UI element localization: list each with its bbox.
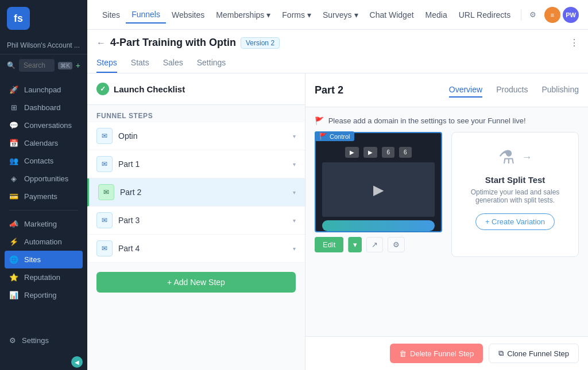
avatar-menu[interactable]: ≡ (544, 7, 560, 23)
preview-btn-play[interactable]: ▶ (345, 147, 359, 158)
version-badge: Version 2 (241, 37, 280, 49)
nav-sites[interactable]: Sites (96, 7, 126, 23)
nav-memberships[interactable]: Memberships ▾ (210, 7, 276, 23)
tab-publishing[interactable]: Publishing (541, 83, 579, 98)
search-kbd: ⌘K (58, 62, 72, 69)
preview-btn-2[interactable]: 6 (382, 147, 394, 158)
step-part4[interactable]: ✉ Part 4 ▾ (87, 235, 305, 263)
user-avatar[interactable]: PW (563, 7, 579, 23)
nav-media[interactable]: Media (420, 7, 453, 23)
control-label: 🚩 Control (315, 131, 354, 141)
edit-dropdown-button[interactable]: ▾ (348, 237, 362, 252)
step-part1[interactable]: ✉ Part 1 ▾ (87, 150, 305, 178)
collapse-button[interactable]: ◀ (71, 356, 83, 368)
sidebar-collapse-area: ◀ (0, 354, 87, 370)
step-icon: ✉ (96, 212, 113, 228)
user-initials: PW (566, 11, 576, 18)
tab-steps[interactable]: Steps (96, 53, 117, 73)
reporting-icon: 📊 (9, 291, 18, 299)
delete-funnel-step-button[interactable]: 🗑 Delete Funnel Step (390, 344, 483, 363)
tab-stats[interactable]: Stats (131, 53, 149, 73)
sidebar-item-reporting[interactable]: 📊 Reporting (0, 286, 87, 304)
step-optin[interactable]: ✉ Optin ▾ (87, 122, 305, 150)
tab-overview[interactable]: Overview (449, 83, 482, 98)
clone-funnel-step-button[interactable]: ⧉ Clone Funnel Step (489, 344, 579, 363)
search-input[interactable] (19, 59, 55, 72)
preview-bar (322, 220, 435, 231)
nav-surveys[interactable]: Surveys ▾ (317, 7, 364, 23)
arrow-icon: → (522, 151, 532, 163)
sidebar-item-opportunities[interactable]: ◈ Opportunities (0, 170, 87, 188)
nav-divider (521, 9, 521, 21)
sidebar-item-label: Automation (24, 237, 62, 246)
surveys-label: Surveys (323, 10, 352, 20)
settings-gear-button[interactable]: ⚙ (388, 237, 405, 252)
nav-websites[interactable]: Websites (166, 7, 210, 23)
sidebar-item-reputation[interactable]: ⭐ Reputation (0, 268, 87, 286)
sites-icon: 🌐 (9, 255, 18, 264)
external-link-button[interactable]: ↗ (366, 237, 383, 252)
nav-url-redirects[interactable]: URL Redirects (453, 7, 517, 23)
sidebar-item-conversations[interactable]: 💬 Conversations (0, 116, 87, 134)
clone-icon: ⧉ (498, 349, 504, 358)
step-part2[interactable]: ✉ Part 2 ▾ (87, 178, 305, 207)
step-name: Part 4 (118, 244, 287, 253)
edit-button[interactable]: Edit (315, 237, 343, 252)
step-name: Part 2 (120, 188, 287, 197)
sidebar-item-label: Marketing (24, 220, 57, 228)
avatar-initials: ≡ (551, 11, 554, 18)
sidebar-item-label: Payments (24, 192, 57, 201)
nav-funnels[interactable]: Funnels (126, 6, 166, 24)
beaker-icon: ⚗ (498, 146, 515, 168)
sidebar-item-label: Launchpad (24, 85, 61, 94)
split-test-title: Start Split Test (485, 175, 546, 185)
step-name: Optin (118, 131, 287, 141)
domain-notice-text: Please add a domain in the settings to s… (328, 116, 526, 125)
sidebar: fs Phil Wilson's Account ... 🔍 ⌘K + 🚀 La… (0, 0, 87, 370)
search-plus-icon[interactable]: + (76, 61, 80, 70)
sidebar-bottom-label: Settings (22, 336, 49, 345)
marketing-icon: 📣 (9, 220, 18, 228)
sidebar-item-contacts[interactable]: 👥 Contacts (0, 152, 87, 170)
control-box: 🚩 Control ▶ ▶ 6 6 ▶ (315, 132, 442, 257)
tab-settings[interactable]: Settings (197, 53, 226, 73)
step-expand-icon: ▾ (293, 189, 296, 196)
sidebar-item-automation[interactable]: ⚡ Automation (0, 233, 87, 251)
launch-checklist-label: Launch Checklist (114, 84, 185, 94)
more-options-icon[interactable]: ⋮ (570, 37, 579, 48)
tab-sales[interactable]: Sales (163, 53, 183, 73)
calendar-icon: 📅 (9, 139, 18, 147)
sidebar-item-dashboard[interactable]: ⊞ Dashboard (0, 99, 87, 116)
reputation-icon: ⭐ (9, 273, 18, 282)
nav-forms[interactable]: Forms ▾ (276, 7, 317, 23)
sidebar-item-marketing[interactable]: 📣 Marketing (0, 215, 87, 233)
nav-items: 🚀 Launchpad ⊞ Dashboard 💬 Conversations … (0, 76, 87, 327)
sidebar-item-launchpad[interactable]: 🚀 Launchpad (0, 81, 87, 99)
preview-btn-3[interactable]: 6 (399, 147, 412, 158)
sidebar-item-calendars[interactable]: 📅 Calendars (0, 134, 87, 152)
sidebar-item-label: Conversations (24, 121, 72, 130)
sidebar-item-sites[interactable]: 🌐 Sites (5, 251, 83, 268)
create-variation-button[interactable]: + Create Variation (475, 213, 555, 230)
preview-btn-1[interactable]: ▶ (363, 147, 377, 158)
step-part3[interactable]: ✉ Part 3 ▾ (87, 207, 305, 235)
breadcrumb: ← 4-Part Training with Optin Version 2 ⋮ (96, 37, 579, 49)
account-selector[interactable]: Phil Wilson's Account ... (0, 37, 87, 54)
contacts-icon: 👥 (9, 157, 18, 165)
gear-icon[interactable]: ⚙ (526, 7, 540, 22)
back-button[interactable]: ← (96, 38, 106, 48)
flag-icon: 🚩 (315, 116, 324, 125)
preview-actions: Edit ▾ ↗ ⚙ (315, 232, 442, 257)
split-test-description: Optimize your lead and sales generation … (466, 188, 564, 204)
tab-products[interactable]: Products (496, 83, 528, 98)
sidebar-item-label: Opportunities (24, 174, 68, 183)
sidebar-item-payments[interactable]: 💳 Payments (0, 188, 87, 205)
add-step-button[interactable]: + Add New Step (96, 272, 296, 293)
dashboard-icon: ⊞ (9, 103, 18, 112)
domain-notice: 🚩 Please add a domain in the settings to… (315, 116, 579, 125)
step-expand-icon: ▾ (293, 217, 296, 224)
nav-chat-widget[interactable]: Chat Widget (364, 7, 420, 23)
sidebar-item-settings[interactable]: ⚙ Settings (0, 332, 87, 349)
search-icon: 🔍 (7, 61, 16, 69)
sidebar-item-label: Reporting (24, 291, 56, 299)
